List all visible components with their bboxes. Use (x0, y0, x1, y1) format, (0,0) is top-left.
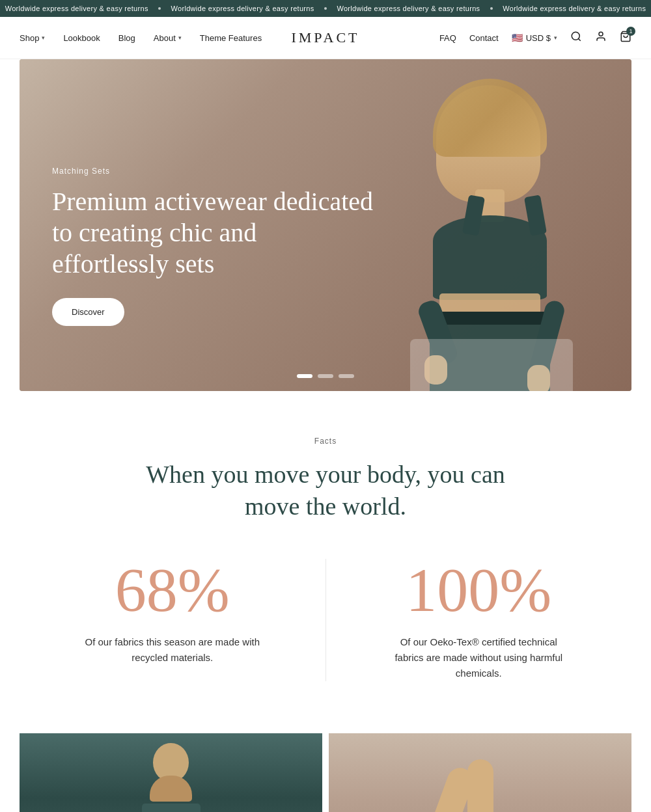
hero-section: Matching Sets Premium activewear dedicat… (20, 59, 631, 391)
about-chevron-icon: ▾ (178, 34, 182, 41)
hero-discover-button[interactable]: Discover (52, 298, 124, 326)
announcement-text-3: Worldwide express delivery & easy return… (337, 5, 480, 12)
hero-pagination (297, 374, 354, 378)
stat-number-2: 100% (352, 559, 606, 621)
nav-theme-features[interactable]: Theme Features (200, 33, 262, 43)
facts-title: When you move your body, you can move th… (130, 459, 521, 523)
facts-section-label: Facts (20, 437, 631, 446)
announcement-text-4: Worldwide express delivery & easy return… (503, 5, 646, 12)
stats-row: 68% Of our fabrics this season are made … (20, 559, 631, 681)
category-card-tops[interactable]: Tops (20, 733, 322, 812)
announcement-text-2: Worldwide express delivery & easy return… (171, 5, 314, 12)
hero-dot-1[interactable] (297, 374, 312, 378)
account-button[interactable] (595, 31, 607, 45)
svg-point-2 (599, 32, 603, 36)
svg-line-1 (578, 38, 580, 40)
announcement-dot-3 (490, 7, 493, 10)
announcement-dot-2 (324, 7, 327, 10)
announcement-bar: Worldwide express delivery & easy return… (0, 0, 651, 17)
cart-count-badge: 1 (626, 27, 635, 36)
nav-lookbook[interactable]: Lookbook (63, 33, 100, 43)
shop-chevron-icon: ▾ (42, 34, 45, 41)
category-card-second[interactable] (329, 733, 631, 812)
stat-desc-1: Of our fabrics this season are made with… (81, 634, 264, 666)
nav-about[interactable]: About ▾ (154, 33, 182, 43)
currency-chevron-icon: ▾ (554, 34, 557, 41)
header-nav-left: Shop ▾ Lookbook Blog About ▾ Theme Featu… (20, 33, 262, 43)
header: Shop ▾ Lookbook Blog About ▾ Theme Featu… (0, 17, 651, 59)
hero-dot-3[interactable] (339, 374, 354, 378)
header-nav-right: FAQ Contact 🇺🇸 USD $ ▾ (439, 31, 631, 45)
facts-section: Facts When you move your body, you can m… (0, 391, 651, 727)
stat-number-1: 68% (46, 559, 299, 621)
category-grid: Tops (20, 733, 631, 812)
cart-button[interactable]: 1 (620, 31, 631, 45)
flag-icon: 🇺🇸 (512, 33, 523, 43)
hero-dot-2[interactable] (318, 374, 333, 378)
hero-title: Premium activewear dedicated to creating… (52, 186, 378, 280)
announcement-text-1: Worldwide express delivery & easy return… (5, 5, 148, 12)
stat-item-1: 68% Of our fabrics this season are made … (20, 559, 326, 681)
announcement-dot-1 (158, 7, 161, 10)
site-logo[interactable]: IMPACT (291, 29, 359, 46)
nav-contact[interactable]: Contact (469, 33, 499, 43)
svg-point-0 (572, 32, 579, 40)
nav-faq[interactable]: FAQ (439, 33, 456, 43)
hero-category-label: Matching Sets (52, 167, 378, 176)
nav-blog[interactable]: Blog (118, 33, 135, 43)
stat-desc-2: Of our Oeko-Tex® certified technical fab… (387, 634, 570, 681)
search-button[interactable] (570, 31, 582, 45)
hero-content: Matching Sets Premium activewear dedicat… (52, 167, 378, 326)
stat-item-2: 100% Of our Oeko-Tex® certified technica… (326, 559, 632, 681)
nav-shop[interactable]: Shop ▾ (20, 33, 45, 43)
currency-selector[interactable]: 🇺🇸 USD $ ▾ (512, 33, 557, 43)
